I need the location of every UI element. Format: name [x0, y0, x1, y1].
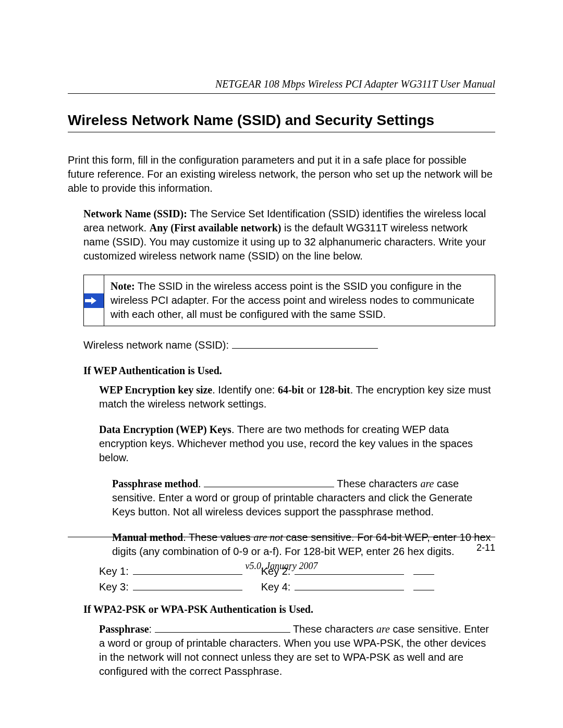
key3-label: Key 3: — [99, 581, 129, 593]
key3-blank[interactable] — [133, 579, 242, 590]
note-box: Note: The SSID in the wireless access po… — [83, 275, 495, 326]
wep-or: or — [304, 384, 319, 396]
footer: 2-11 v5.0, January 2007 — [68, 537, 495, 572]
wep-data-label: Data Encryption (WEP) Keys — [99, 424, 231, 435]
note-body: The SSID in the wireless access point is… — [111, 280, 474, 320]
ssid-label: Network Name (SSID): — [83, 208, 187, 219]
ssid-blank[interactable] — [232, 338, 378, 349]
key-row-2: Key 3: Key 4: — [99, 579, 495, 593]
wep-pass-b: These characters — [334, 478, 420, 489]
wep-data-paragraph: Data Encryption (WEP) Keys. There are tw… — [99, 423, 495, 465]
key4-label: Key 4: — [261, 581, 291, 593]
wep-keysize-a: . Identify one: — [212, 384, 278, 396]
wep-passphrase-paragraph: Passphrase method. These characters are … — [112, 476, 495, 519]
page-number: 2-11 — [68, 542, 495, 553]
wep-keysize-paragraph: WEP Encryption key size. Identify one: 6… — [99, 383, 495, 411]
note-text: Note: The SSID in the wireless access po… — [104, 275, 495, 326]
note-icon-cell — [84, 275, 104, 326]
wpa-heading: If WPA2-PSK or WPA-PSK Authentication is… — [83, 602, 495, 616]
wpa-pass-blank[interactable] — [155, 622, 290, 633]
wpa-a: : — [149, 623, 155, 635]
note-label: Note: — [111, 280, 135, 292]
wpa-are: are — [376, 623, 390, 635]
version-line: v5.0, January 2007 — [68, 561, 495, 572]
intro-paragraph: Print this form, fill in the configurati… — [68, 153, 495, 195]
wep-pass-a: . — [198, 478, 204, 489]
wep-heading: If WEP Authentication is Used. — [83, 364, 495, 378]
wep-pass-label: Passphrase method — [112, 478, 198, 489]
ssid-paragraph: Network Name (SSID): The Service Set Ide… — [83, 207, 495, 263]
arrow-right-icon — [84, 293, 104, 308]
wep-keysize-label: WEP Encryption key size — [99, 384, 212, 396]
ssid-default: Any (First available network) — [150, 222, 282, 233]
wep-128bit: 128-bit — [319, 384, 350, 396]
running-header: NETGEAR 108 Mbps Wireless PCI Adapter WG… — [68, 78, 495, 94]
key4-blank-extra[interactable] — [413, 579, 434, 590]
heading-rule — [68, 132, 495, 132]
ssid-line-label: Wireless network name (SSID): — [83, 339, 232, 351]
key4-blank[interactable] — [295, 579, 404, 590]
wep-64bit: 64-bit — [278, 384, 304, 396]
section-heading: Wireless Network Name (SSID) and Securit… — [68, 112, 495, 129]
wpa-passphrase-paragraph: Passphrase: These characters are case se… — [99, 622, 495, 678]
wep-pass-blank[interactable] — [204, 476, 334, 487]
wpa-b: These characters — [290, 623, 376, 635]
wep-pass-are: are — [420, 478, 434, 489]
manual-page: NETGEAR 108 Mbps Wireless PCI Adapter WG… — [0, 0, 563, 728]
footer-rule — [68, 537, 495, 537]
wpa-pass-label: Passphrase — [99, 623, 149, 635]
ssid-blank-line: Wireless network name (SSID): — [83, 338, 495, 352]
